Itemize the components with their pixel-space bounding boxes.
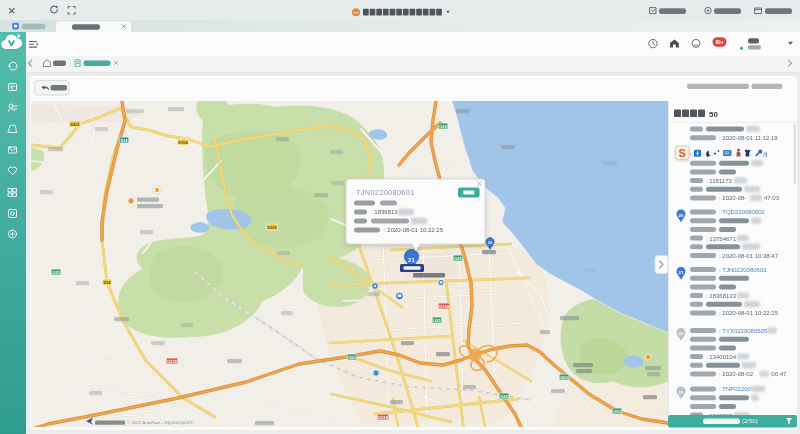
svg-text:S306: S306 xyxy=(267,225,277,230)
svg-text:99+: 99+ xyxy=(715,40,723,45)
svg-text:20: 20 xyxy=(679,213,684,218)
svg-text:G318: G318 xyxy=(378,415,389,420)
svg-text:S201: S201 xyxy=(70,122,80,127)
svg-text:TJN0220080601: TJN0220080601 xyxy=(356,188,415,197)
svg-text:G25: G25 xyxy=(500,394,508,399)
svg-text:50: 50 xyxy=(709,110,718,119)
svg-text:: 2020-08-01 10:22:25: : 2020-08-01 10:22:25 xyxy=(384,227,444,233)
svg-text:: 2020-08-01 11:12:19: : 2020-08-01 11:12:19 xyxy=(719,135,778,141)
svg-text:© 2022 AutoNavi - GS(2021)6375: © 2022 AutoNavi - GS(2021)6375 xyxy=(127,420,193,425)
svg-text:: 2020-08-: : 2020-08- xyxy=(719,195,746,201)
svg-text:: 2020-08-01 10:22:25: : 2020-08-01 10:22:25 xyxy=(719,310,779,316)
svg-text:: 2020-08-02: : 2020-08-02 xyxy=(719,371,754,377)
svg-text:: 13754671: : 13754671 xyxy=(706,236,737,242)
svg-text:: TNP02200: : TNP02200 xyxy=(719,386,752,392)
svg-text:S14: S14 xyxy=(103,280,111,285)
svg-text:47:03: 47:03 xyxy=(764,195,780,201)
svg-text:: 1836813: : 1836813 xyxy=(371,209,398,215)
svg-text:00:47: 00:47 xyxy=(771,371,787,377)
svg-text:G50: G50 xyxy=(348,355,356,360)
svg-text:: TJN0220080601: : TJN0220080601 xyxy=(719,267,767,273)
svg-text:G25: G25 xyxy=(52,270,60,275)
svg-text:G104: G104 xyxy=(439,304,450,309)
svg-text:G25: G25 xyxy=(439,124,447,129)
svg-text:: TYX0220080505: : TYX0220080505 xyxy=(719,328,768,334)
svg-text:: 2020-08-01 10:38:47: : 2020-08-01 10:38:47 xyxy=(719,253,779,259)
svg-text:: 1181173: : 1181173 xyxy=(706,178,732,184)
svg-text:S104: S104 xyxy=(178,140,188,145)
svg-text:: TQD220080602: : TQD220080602 xyxy=(719,209,766,215)
svg-text:G25: G25 xyxy=(433,318,441,323)
svg-text:21: 21 xyxy=(679,270,684,275)
svg-text:G235: G235 xyxy=(167,359,178,364)
svg-text:G25: G25 xyxy=(454,256,462,261)
svg-text:21: 21 xyxy=(408,256,415,263)
svg-text:20: 20 xyxy=(488,240,493,245)
svg-text:22: 22 xyxy=(679,331,684,336)
svg-text:23: 23 xyxy=(679,390,684,395)
svg-text:(2/50): (2/50) xyxy=(742,418,758,424)
svg-text:: 18368133: : 18368133 xyxy=(706,293,737,299)
svg-text:G50: G50 xyxy=(560,375,568,380)
svg-text:S14: S14 xyxy=(120,138,128,143)
svg-text:: 13400104: : 13400104 xyxy=(706,354,737,360)
svg-text:S: S xyxy=(679,147,686,159)
svg-text:G50: G50 xyxy=(613,409,621,414)
